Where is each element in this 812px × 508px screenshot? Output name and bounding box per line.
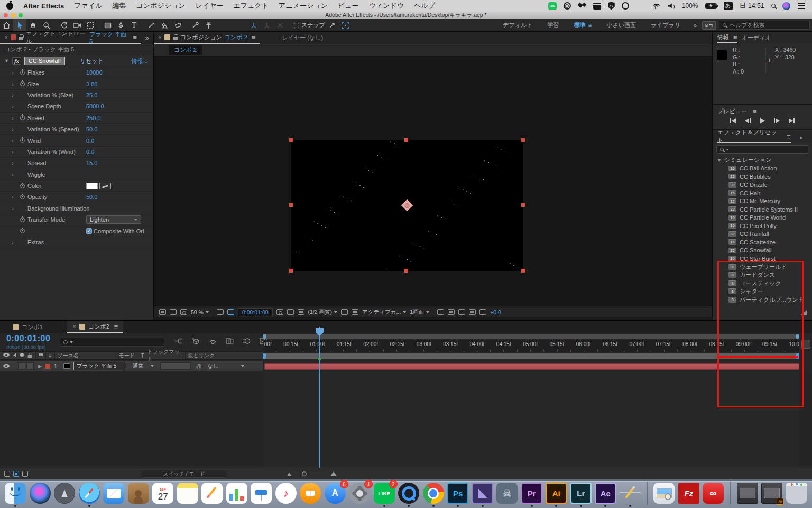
menubar-menu[interactable]: ヘルプ bbox=[414, 1, 435, 11]
param-value[interactable]: 3.00 bbox=[86, 81, 97, 87]
layer-label-swatch[interactable] bbox=[45, 364, 50, 369]
fast-previews-icon[interactable] bbox=[448, 309, 455, 315]
preset-item[interactable]: 32CC Mr. Mercury bbox=[713, 197, 812, 206]
lock-icon[interactable] bbox=[19, 37, 23, 40]
param-value[interactable]: 0.0 bbox=[86, 138, 94, 144]
channel-icon[interactable] bbox=[180, 309, 187, 315]
dock-app-photoshop[interactable]: Ps bbox=[447, 483, 468, 504]
panel-menu-icon[interactable]: ≡ bbox=[733, 33, 737, 41]
work-area-bar[interactable] bbox=[263, 353, 799, 359]
dock-app-numbers[interactable] bbox=[226, 483, 247, 504]
zoom-in-icon[interactable] bbox=[330, 471, 337, 476]
lock-icon[interactable] bbox=[173, 37, 178, 40]
dock-app-skull-app[interactable]: ☠ bbox=[496, 483, 518, 504]
layer-row[interactable]: ▶ 1 ブラック 平面 5 通常 @ なし bbox=[0, 361, 263, 371]
expand-param-chevron[interactable]: › bbox=[12, 149, 18, 155]
checkbox-icon[interactable]: ✓ bbox=[86, 228, 92, 234]
expand-param-chevron[interactable]: › bbox=[12, 103, 18, 110]
pixel-aspect-icon[interactable] bbox=[437, 309, 444, 315]
stopwatch-icon[interactable] bbox=[20, 138, 25, 143]
menubar-menu[interactable]: エフェクト bbox=[234, 1, 269, 11]
comp-marker-bin-icon[interactable] bbox=[801, 340, 810, 349]
selection-handle[interactable] bbox=[521, 269, 525, 273]
menubar-menu[interactable]: コンポジション bbox=[136, 1, 186, 11]
snap-label[interactable]: スナップ bbox=[301, 21, 325, 29]
brush-tool[interactable] bbox=[145, 19, 158, 31]
expand-param-chevron[interactable]: › bbox=[12, 126, 18, 132]
label-column-icon[interactable] bbox=[39, 353, 43, 358]
stopwatch-icon[interactable] bbox=[20, 81, 25, 86]
preset-item[interactable]: 32CC Rainfall bbox=[713, 230, 812, 239]
layer-visibility-icon[interactable] bbox=[3, 364, 10, 368]
siri-icon[interactable] bbox=[782, 2, 790, 10]
expand-param-chevron[interactable]: › bbox=[12, 205, 18, 212]
preview-time-display[interactable]: 0:00:01:00 bbox=[238, 308, 273, 316]
new-preset-corner-icon[interactable] bbox=[800, 310, 807, 315]
selection-handle[interactable] bbox=[289, 203, 293, 207]
expand-param-chevron[interactable]: › bbox=[12, 115, 18, 121]
stopwatch-icon[interactable] bbox=[20, 184, 25, 188]
preset-item[interactable]: 8ウェーブワールド bbox=[713, 263, 812, 271]
first-frame-button[interactable] bbox=[730, 118, 736, 123]
selection-tool[interactable] bbox=[13, 19, 26, 31]
workspace-小さい画面[interactable]: 小さい画面 bbox=[599, 21, 644, 29]
param-value[interactable]: 50.0 bbox=[86, 126, 97, 132]
selection-handle[interactable] bbox=[521, 203, 525, 207]
selection-handle[interactable] bbox=[289, 269, 293, 273]
tab-layer[interactable]: レイヤー (なし) bbox=[274, 34, 330, 42]
workspace-学習[interactable]: 学習 bbox=[540, 21, 566, 29]
dropbox-icon[interactable] bbox=[578, 2, 586, 10]
scale-arrow-icon[interactable] bbox=[325, 19, 338, 31]
tab-composition[interactable]: × コンポジション コンポ 2 ≡ bbox=[154, 32, 260, 44]
param-value[interactable]: 10000 bbox=[86, 69, 103, 76]
hide-shy-layers-icon[interactable] bbox=[209, 338, 217, 346]
fx-icon[interactable]: fx bbox=[12, 57, 21, 65]
expand-transfer-icon[interactable] bbox=[22, 471, 28, 477]
preset-item[interactable]: 16CC Hair bbox=[713, 189, 812, 197]
shield-icon[interactable]: S bbox=[608, 2, 615, 10]
input-method-icon[interactable]: あ bbox=[724, 2, 733, 10]
dock-app-mail[interactable] bbox=[103, 483, 124, 504]
param-value[interactable]: 250.0 bbox=[86, 115, 101, 121]
creative-cloud-icon[interactable] bbox=[564, 2, 571, 10]
parent-pickwhip-icon[interactable]: @ bbox=[196, 363, 202, 369]
transparency-grid-icon[interactable] bbox=[352, 309, 358, 315]
pan-behind-tool[interactable] bbox=[84, 19, 97, 31]
menubar-menu[interactable]: ウィンドウ bbox=[369, 1, 404, 11]
workspace-settings-icon[interactable]: ⊙⇆ bbox=[702, 21, 716, 30]
t-column[interactable]: T bbox=[141, 353, 147, 359]
dock-app-illustrator[interactable]: Ai bbox=[546, 483, 567, 504]
dock-app-app-store[interactable]: A6 bbox=[325, 483, 346, 504]
dock-app-creative-cloud[interactable]: ∞ bbox=[703, 483, 724, 504]
parent-link-column[interactable]: 親とリンク bbox=[188, 352, 215, 359]
menubar-menu[interactable]: 編集 bbox=[113, 1, 126, 11]
dock-app-minimized-window[interactable] bbox=[737, 483, 758, 504]
time-machine-icon[interactable] bbox=[622, 2, 629, 10]
dock-app-minimized-window-ai[interactable]: Ai bbox=[761, 483, 782, 504]
zoom-slider-knob[interactable] bbox=[302, 471, 307, 476]
previous-frame-button[interactable] bbox=[745, 118, 751, 123]
expand-param-chevron[interactable]: › bbox=[12, 239, 18, 246]
panel-overflow-chevron[interactable]: » bbox=[141, 34, 153, 42]
param-value[interactable]: 25.0 bbox=[86, 92, 97, 98]
color-swatch[interactable] bbox=[86, 183, 98, 189]
tab-effect-controls[interactable]: × エフェクトコントロール ブラック 平面 5 ≡ bbox=[0, 32, 141, 44]
preset-item[interactable]: 32CC Snowfall bbox=[713, 247, 812, 255]
panel-menu-icon[interactable]: ≡ bbox=[753, 107, 757, 115]
preset-item[interactable]: 8パーティクルプ...ウンド bbox=[713, 296, 812, 304]
effect-about-button[interactable]: 情報... bbox=[132, 57, 148, 65]
source-name-column[interactable]: ソース名 bbox=[58, 352, 113, 359]
dock-app-keynote[interactable] bbox=[251, 483, 272, 504]
dock-app-trash[interactable] bbox=[786, 483, 807, 504]
preset-item[interactable]: 8コースティック bbox=[713, 279, 812, 288]
expand-param-chevron[interactable]: › bbox=[12, 81, 18, 87]
show-snapshot-icon[interactable] bbox=[287, 309, 294, 315]
mode-column[interactable]: モード bbox=[119, 352, 141, 359]
always-preview-icon[interactable] bbox=[159, 309, 166, 315]
show-channel-icon[interactable] bbox=[298, 309, 304, 315]
expand-param-chevron[interactable]: › bbox=[12, 194, 18, 200]
dock-app-siri[interactable] bbox=[30, 483, 51, 504]
comp-breadcrumb-tab[interactable]: コンポ 2 bbox=[169, 45, 202, 55]
expand-param-chevron[interactable]: › bbox=[12, 138, 18, 144]
timeline-search-input[interactable] bbox=[60, 338, 164, 347]
